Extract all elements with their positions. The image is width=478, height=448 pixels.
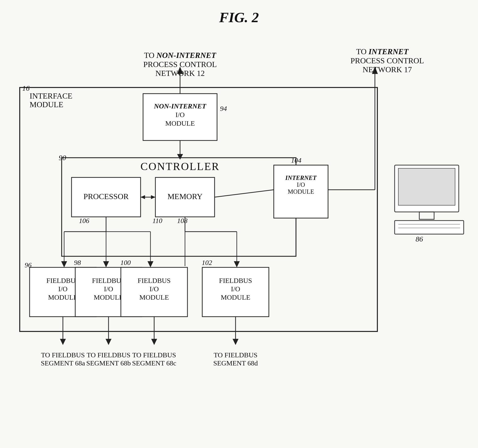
processor-label: PROCESSOR (83, 192, 129, 201)
svg-text:MODULE: MODULE (165, 120, 195, 127)
svg-text:MODULE: MODULE (221, 293, 250, 301)
svg-text:I/O: I/O (104, 285, 113, 293)
to-fieldbus-68d-label: TO FIELDBUS (214, 351, 257, 359)
memory-label: MEMORY (167, 192, 202, 201)
to-non-internet-label: TO NON-INTERNET (144, 51, 216, 60)
svg-text:FIELDBUS: FIELDBUS (219, 277, 252, 284)
ref-110: 110 (152, 217, 162, 224)
svg-marker-57 (233, 339, 239, 345)
svg-text:MODULE: MODULE (139, 293, 169, 301)
ref-100: 100 (120, 259, 131, 266)
svg-marker-36 (147, 261, 153, 267)
ref-102: 102 (202, 259, 212, 266)
monitor-stand (419, 212, 434, 219)
svg-text:FIELDBUS: FIELDBUS (46, 277, 79, 284)
svg-text:SEGMENT 68b: SEGMENT 68b (86, 359, 131, 367)
svg-marker-13 (177, 154, 183, 160)
svg-text:MODULE: MODULE (288, 188, 314, 195)
to-internet-label: TO INTERNET (356, 47, 409, 56)
svg-text:I/O: I/O (231, 285, 240, 293)
ref-106: 106 (79, 217, 89, 224)
to-fieldbus-68c-label: TO FIELDBUS (132, 351, 176, 359)
to-fieldbus-68b-label: TO FIELDBUS (87, 351, 130, 359)
svg-marker-37 (234, 261, 240, 267)
ref-104: 104 (291, 156, 301, 164)
svg-marker-35 (103, 261, 109, 267)
interface-module-label: INTERFACE (30, 91, 73, 100)
ref-90: 90 (59, 154, 66, 162)
computer-screen (398, 168, 455, 205)
svg-text:SEGMENT 68d: SEGMENT 68d (213, 359, 258, 367)
svg-text:MODULE: MODULE (48, 293, 78, 301)
svg-text:MODULE: MODULE (94, 293, 123, 301)
ref-98: 98 (74, 259, 81, 266)
svg-marker-51 (60, 339, 66, 345)
svg-text:MODULE: MODULE (30, 100, 63, 109)
fig-title: FIG. 2 (219, 9, 259, 25)
svg-marker-15 (151, 195, 155, 199)
ref-16: 16 (22, 84, 30, 92)
svg-text:NETWORK 17: NETWORK 17 (363, 65, 412, 74)
svg-text:I/O: I/O (58, 285, 67, 293)
non-internet-io-label: NON-INTERNET (154, 102, 206, 110)
svg-marker-55 (151, 339, 157, 345)
svg-text:SEGMENT 68a: SEGMENT 68a (41, 359, 85, 367)
svg-text:I/O: I/O (297, 181, 305, 188)
internet-io-label: INTERNET (285, 174, 317, 181)
ref-108: 108 (177, 217, 187, 224)
computer-keyboard (395, 221, 464, 234)
svg-text:NETWORK 12: NETWORK 12 (155, 69, 205, 78)
svg-text:SEGMENT 68c: SEGMENT 68c (132, 359, 176, 367)
svg-text:PROCESS CONTROL: PROCESS CONTROL (350, 56, 424, 65)
to-fieldbus-68a-label: TO FIELDBUS (41, 351, 85, 359)
svg-line-19 (215, 190, 274, 197)
diagram-container: FIG. 2 TO NON-INTERNET PROCESS CONTROL N… (0, 0, 478, 448)
svg-text:I/O: I/O (149, 285, 159, 293)
svg-text:FIELDBUS: FIELDBUS (92, 277, 125, 284)
svg-text:I/O: I/O (175, 111, 184, 119)
svg-marker-16 (141, 195, 145, 199)
svg-text:FIELDBUS: FIELDBUS (138, 277, 171, 284)
ref-94: 94 (220, 105, 227, 112)
controller-label: CONTROLLER (141, 160, 220, 172)
svg-marker-53 (106, 339, 111, 345)
svg-text:PROCESS CONTROL: PROCESS CONTROL (143, 60, 217, 69)
svg-marker-34 (61, 261, 67, 267)
ref-96: 96 (25, 261, 32, 269)
ref-86: 86 (416, 235, 423, 243)
